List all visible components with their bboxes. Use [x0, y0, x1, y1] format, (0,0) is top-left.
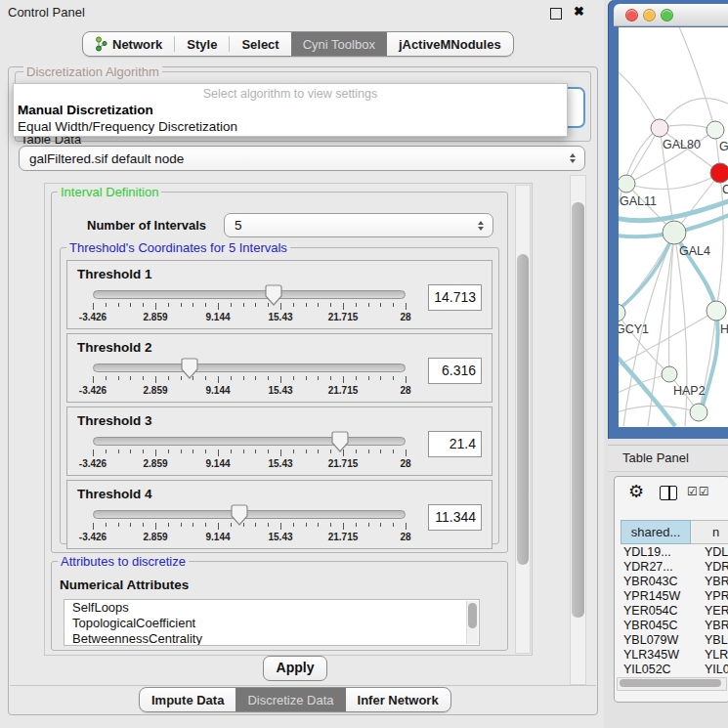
horizontal-scrollbar[interactable] [617, 677, 727, 691]
list-scrollbar[interactable] [466, 601, 478, 644]
tick-label: 21.715 [328, 458, 359, 469]
tab-jactivemnodules[interactable]: jActiveMNodules [387, 32, 513, 56]
outer-scrollbar[interactable] [570, 175, 586, 685]
numerical-attributes-list[interactable]: SelfLoopsTopologicalCoefficientBetweenne… [64, 599, 480, 646]
num-intervals-combobox[interactable]: 5 [224, 213, 493, 237]
dropdown-option-manual[interactable]: Manual Discretization [14, 102, 567, 118]
network-edge[interactable] [619, 311, 716, 369]
tick-mark [130, 523, 131, 527]
cell-shared-name: YBR043C [621, 575, 705, 589]
tick-mark [293, 376, 294, 380]
slider-track[interactable] [93, 364, 406, 372]
cell-name: YPR1 [705, 589, 728, 604]
tick-mark [393, 523, 394, 527]
tick-mark [268, 450, 269, 453]
threshold-value-field[interactable]: 6.316 [428, 358, 482, 384]
tick-mark [330, 376, 331, 380]
dropdown-option-equal-width[interactable]: Equal Width/Frequency Discretization [14, 118, 567, 135]
network-node-hap2[interactable] [662, 366, 677, 382]
attribute-list-item[interactable]: TopologicalCoefficient [64, 616, 479, 631]
table-row[interactable]: YDL19...YDL1 [621, 545, 728, 560]
inner-scrollbar[interactable] [515, 185, 531, 654]
cell-name: YDR2 [705, 560, 728, 575]
tick-mark [93, 450, 94, 456]
checkbox-icons[interactable]: ☑☑ [687, 485, 710, 498]
network-node-h[interactable] [707, 301, 726, 321]
slider-thumb[interactable] [181, 358, 198, 379]
table-data-combobox[interactable]: galFiltered.sif default node [19, 146, 585, 171]
tab-discretize-data[interactable]: Discretize Data [236, 688, 345, 711]
network-node-label: HAP2 [673, 384, 706, 398]
tick-mark [205, 523, 206, 527]
tick-label: -3.426 [79, 385, 107, 396]
network-edge[interactable] [677, 27, 715, 130]
network-node-ga[interactable] [707, 121, 724, 139]
gear-icon[interactable]: ⚙ [628, 481, 644, 502]
tick-mark [193, 450, 193, 453]
tab-style[interactable]: Style [175, 32, 229, 56]
zoom-traffic-light-icon[interactable] [661, 9, 673, 21]
column-header-shared-name[interactable]: shared... [621, 520, 691, 544]
slider-track[interactable] [93, 290, 406, 299]
tab-network[interactable]: Network [83, 32, 174, 56]
table-row[interactable]: YER054CYER0 [621, 604, 728, 619]
table-row[interactable]: YLR345WYLR3 [621, 648, 728, 663]
network-node-gal11[interactable] [619, 175, 635, 193]
slider-track[interactable] [93, 437, 406, 446]
tick-label: -3.426 [79, 532, 107, 542]
tick-mark [356, 303, 357, 307]
tick-mark [306, 523, 307, 527]
table-row[interactable]: YDR27...YDR2 [621, 560, 728, 575]
threshold-slider[interactable]: -3.4262.8599.14415.4321.71528 [93, 510, 406, 543]
tick-label: 15.43 [268, 458, 292, 469]
network-edge[interactable] [619, 66, 660, 128]
network-node-c[interactable] [710, 163, 728, 183]
threshold-value-field[interactable]: 14.713 [428, 284, 482, 311]
column-header-name[interactable]: n [691, 520, 728, 544]
tick-mark [330, 523, 331, 527]
network-edge-thick[interactable] [619, 233, 674, 316]
float-window-icon[interactable] [550, 8, 562, 20]
tick-mark [343, 523, 344, 530]
threshold-value-field[interactable]: 21.4 [428, 431, 482, 457]
threshold-label: Threshold 4 [77, 487, 152, 501]
network-node-gal4[interactable] [663, 221, 686, 244]
tick-label: 28 [400, 458, 410, 469]
threshold-slider[interactable]: -3.4262.8599.14415.4321.71528 [93, 437, 406, 470]
table-row[interactable]: YIL052CYIL0 [621, 663, 728, 675]
slider-thumb[interactable] [231, 504, 248, 526]
network-canvas[interactable]: GAL80GACGAL11GAL4GCY1HHAP2 [619, 27, 728, 427]
slider-thumb[interactable] [331, 431, 349, 452]
network-node-gal80[interactable] [651, 119, 668, 137]
network-node[interactable] [690, 404, 707, 421]
tab-label: Network [112, 37, 162, 52]
attribute-list-item[interactable]: SelfLoops [64, 600, 479, 616]
top-tab-bar: Network Style Select Cyni Toolbox jActiv… [82, 31, 514, 57]
columns-icon[interactable] [660, 486, 677, 500]
slider-thumb[interactable] [265, 284, 282, 306]
tab-impute-data[interactable]: Impute Data [140, 688, 236, 711]
tick-mark [181, 450, 182, 453]
apply-button[interactable]: Apply [263, 656, 327, 681]
tab-cyni-toolbox[interactable]: Cyni Toolbox [291, 32, 387, 56]
network-edge[interactable] [626, 173, 720, 189]
tick-mark [205, 303, 206, 307]
network-window-titlebar[interactable] [614, 4, 728, 26]
tick-mark [393, 450, 394, 453]
table-row[interactable]: YBR043CYBR0 [621, 575, 728, 589]
slider-track[interactable] [93, 510, 406, 519]
threshold-value-field[interactable]: 11.344 [428, 504, 482, 531]
tab-infer-network[interactable]: Infer Network [346, 688, 450, 711]
table-row[interactable]: YBR045CYBR0 [621, 619, 728, 633]
threshold-slider[interactable]: -3.4262.8599.14415.4321.71528 [93, 290, 406, 323]
close-icon[interactable]: ✖ [574, 4, 584, 19]
table-row[interactable]: YBL079WYBL0 [621, 633, 728, 648]
group-title: Interval Definition [58, 185, 161, 199]
tick-mark [231, 376, 232, 380]
attribute-list-item[interactable]: BetweennessCentrality [64, 631, 479, 646]
table-row[interactable]: YPR145WYPR1 [621, 589, 728, 604]
minimize-traffic-light-icon[interactable] [643, 9, 656, 21]
threshold-slider[interactable]: -3.4262.8599.14415.4321.71528 [93, 364, 406, 397]
close-traffic-light-icon[interactable] [625, 9, 638, 21]
tab-select[interactable]: Select [230, 32, 290, 56]
